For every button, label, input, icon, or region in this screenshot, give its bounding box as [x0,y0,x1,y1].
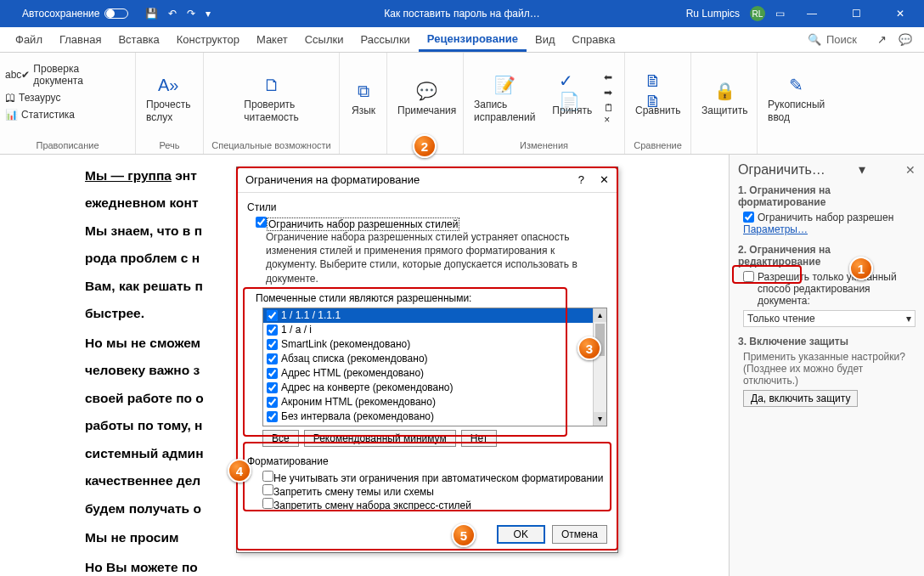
doc-line-3: Мы знаем, что в п [85,223,202,238]
block-theme-checkbox[interactable] [262,484,273,495]
style-item-2: SmartLink (рекомендовано) [281,338,410,350]
style-cb-2[interactable] [267,339,278,350]
style-item-0: 1 / 1.1 / 1.1.1 [281,309,341,321]
group-accessibility: Специальные возможности [209,140,334,152]
style-cb-6[interactable] [267,397,278,408]
track-icon: 📝 [491,73,518,97]
tab-layout[interactable]: Макет [248,27,296,52]
prev-change-icon[interactable]: ⬅ [604,71,619,83]
close-icon[interactable]: ✕ [883,8,917,20]
protect-hint: Применить указанные настройки? (Позднее … [743,351,916,387]
qat-drop-icon[interactable]: ▾ [206,8,211,20]
formatting-restrictions-dialog: Ограничения на форматирование ? ✕ Стили … [236,167,618,553]
restrict-editing-label: Разрешить только указанный способ редакт… [758,271,916,307]
block-quickstyles-label: Запретить смену набора экспресс-стилей [273,500,471,511]
tab-help[interactable]: Справка [564,27,624,52]
cancel-button[interactable]: Отмена [552,525,607,544]
help-icon[interactable]: ? [578,173,584,186]
track-changes-button[interactable]: 📝Запись исправлений [469,71,540,125]
tab-review[interactable]: Рецензирование [419,27,527,52]
user-name[interactable]: Ru Lumpics [686,8,740,20]
doc-line-8: человеку важно з [85,363,200,377]
limit-styles-checkbox[interactable] [743,212,754,223]
doc-line-9: своей работе по о [85,391,204,405]
comments-button[interactable]: 💬Примечания [392,77,461,118]
style-cb-7[interactable] [267,411,278,422]
pane-sec1-title: 1. Ограничения на форматирование [738,184,916,208]
ribbon-tabs: Файл Главная Вставка Конструктор Макет С… [0,27,924,53]
autosave-toggle[interactable] [104,8,128,19]
block-theme-label: Запретить смену темы или схемы [273,486,434,498]
share-icon[interactable]: ↗ [877,33,887,46]
doc-line-2: ежедневном конт [85,195,199,210]
restrict-editing-checkbox[interactable] [743,271,754,282]
thesaurus-button[interactable]: 🕮Тезаурус [5,90,60,105]
pen-icon: ✎ [783,73,810,97]
read-aloud-button[interactable]: A»Прочесть вслух [141,71,195,125]
doc-line-4: рода проблем с н [85,251,200,265]
dialog-close-icon[interactable]: ✕ [600,173,609,186]
select-all-button[interactable]: Все [262,430,299,447]
tab-home[interactable]: Главная [51,27,110,52]
redo-icon[interactable]: ↷ [187,8,195,20]
style-item-8: Веб-таблица 1 [281,425,350,426]
tab-file[interactable]: Файл [7,27,51,52]
accessibility-button[interactable]: 🗋Проверить читаемость [239,71,303,125]
style-cb-0[interactable] [267,310,278,321]
ink-button[interactable]: ✎Рукописный ввод [763,71,830,125]
group-proofing: Правописание [5,140,130,152]
ignore-autoformat-label: Не учитывать эти ограничения при автомат… [273,472,604,484]
style-cb-1[interactable] [267,325,278,336]
spellcheck-button[interactable]: abc✔Проверка документа [5,61,130,88]
tab-view[interactable]: Вид [527,27,564,52]
group-compare: Сравнение [630,140,685,152]
ribbon-display-icon[interactable]: ▭ [775,8,785,20]
tab-references[interactable]: Ссылки [296,27,352,52]
doc-title: Как поставить пароль на файл… [384,8,539,20]
compare-button[interactable]: 🗎🗎Сравнить [630,77,685,118]
thesaurus-icon: 🕮 [5,92,15,104]
avatar[interactable]: RL [750,6,765,21]
style-cb-8[interactable] [267,426,278,426]
next-change-icon[interactable]: ➡ [604,87,619,99]
maximize-icon[interactable]: ☐ [839,8,873,20]
styles-description: Ограничение набора разрешенных стилей ус… [266,230,607,285]
pane-drop-icon[interactable]: ▾ [859,161,865,178]
block-quickstyles-checkbox[interactable] [262,498,273,509]
style-cb-4[interactable] [267,368,278,379]
listbox-scrollbar[interactable]: ▴▾ [593,308,606,426]
save-icon[interactable]: 💾 [145,8,158,20]
editing-mode-dropdown[interactable]: Только чтение▾ [743,310,916,327]
style-cb-3[interactable] [267,353,278,364]
style-item-7: Без интервала (рекомендовано) [281,410,434,422]
enable-protection-button[interactable]: Да, включить защиту [743,390,858,407]
group-changes: Изменения [469,140,619,152]
tab-insert[interactable]: Вставка [110,27,167,52]
search-label[interactable]: Поиск [826,33,857,46]
protect-button[interactable]: 🔒Защитить [696,77,752,118]
style-cb-5[interactable] [267,382,278,393]
minimize-icon[interactable]: — [795,8,829,20]
undo-icon[interactable]: ↶ [168,8,177,20]
wordcount-button[interactable]: 📊Статистика [5,107,75,122]
comments-icon[interactable]: 💬 [899,33,912,46]
tab-mailings[interactable]: Рассылки [352,27,418,52]
limit-styles-dlg-checkbox[interactable] [256,217,267,228]
settings-link[interactable]: Параметры… [743,223,916,235]
speaker-icon: A» [155,73,182,97]
reject-icon[interactable]: 🗒× [604,102,619,126]
recommended-min-button[interactable]: Рекомендованный минимум [304,430,456,447]
language-button[interactable]: ⧉Язык [345,77,382,118]
select-none-button[interactable]: Нет [461,430,497,447]
pane-close-icon[interactable]: ✕ [905,163,916,177]
dialog-title: Ограничения на форматирование [245,173,420,186]
ignore-autoformat-checkbox[interactable] [262,471,273,482]
styles-listbox[interactable]: 1 / 1.1 / 1.1.1 1 / a / i SmartLink (рек… [262,308,607,426]
accept-button[interactable]: ✓📄Принять [547,77,597,118]
doc-line-15: Но Вы можете по [85,560,198,574]
restrict-editing-pane: Ограничить… ▾ ✕ 1. Ограничения на формат… [729,155,924,576]
ok-button[interactable]: OK [497,525,545,544]
title-bar: Автосохранение 💾 ↶ ↷ ▾ Как поставить пар… [0,0,924,27]
doc-line-13: будем получать о [85,501,201,516]
tab-design[interactable]: Конструктор [168,27,248,52]
